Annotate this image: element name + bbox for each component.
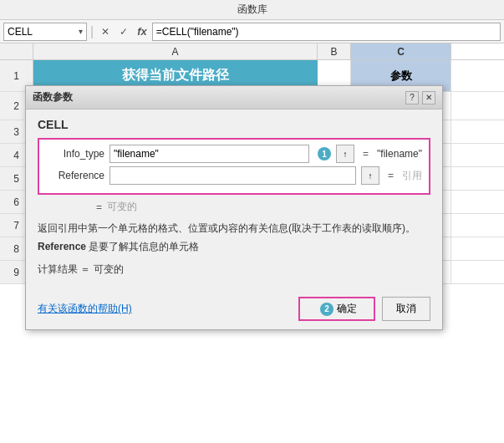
dialog-title-bar: 函数参数 ? ✕ [26,86,442,109]
help-link[interactable]: 有关该函数的帮助(H) [38,302,132,316]
info-type-result: "filename" [377,148,422,160]
confirm-formula-btn[interactable]: ✓ [115,23,132,40]
dialog-footer: 有关该函数的帮助(H) 2 确定 取消 [26,292,442,329]
name-box-dropdown-icon[interactable]: ▾ [79,27,83,36]
title-bar: 函数库 [0,0,504,20]
divider: | [90,24,94,39]
function-arguments-dialog: 函数参数 ? ✕ CELL Info_type 1 ↑ = "filename" [25,85,443,330]
fx-button[interactable]: fx [134,25,150,38]
col-header-a[interactable]: A [33,43,318,59]
info-type-label: Info_type [46,148,104,160]
reference-result: 引用 [402,169,422,183]
formula-input[interactable] [152,23,501,41]
reference-row: Reference ↑ = 引用 [46,166,422,185]
header-spacer [0,43,33,59]
dialog-help-btn[interactable]: ? [405,91,419,104]
formula-bar: CELL ▾ | ✕ ✓ fx [0,20,504,43]
col-header-c[interactable]: C [351,43,451,59]
equals-sign: = [96,201,102,213]
info-type-input[interactable] [109,145,309,163]
equals-value: 可变的 [107,200,137,214]
ref-description: Reference 是要了解其信息的单元格 [38,240,430,254]
dialog-close-btn[interactable]: ✕ [422,91,435,104]
title-text: 函数库 [237,3,267,15]
ref-label: Reference [38,241,86,252]
info-type-upload-btn[interactable]: ↑ [336,145,354,163]
badge-1: 1 [318,147,331,160]
function-description: 返回引用中第一个单元格的格式、位置或内容的有关信息(取决于工作表的读取顺序)。 [38,221,430,237]
equals-row: = 可变的 [96,200,430,214]
confirm-label: 确定 [337,302,357,316]
function-name: CELL [38,118,430,131]
col-headers: A B C [0,43,504,60]
reference-label: Reference [46,170,104,181]
name-box[interactable]: CELL ▾ [3,23,87,41]
dialog-title-buttons: ? ✕ [405,91,435,104]
confirm-button[interactable]: 2 确定 [298,297,375,321]
spreadsheet: A B C 1 获得当前文件路径 参数 2 =CELL("filename") … [0,43,504,284]
info-type-equals: = [363,148,369,160]
reference-equals: = [388,170,394,181]
dialog-body: CELL Info_type 1 ↑ = "filename" Referenc… [26,109,442,292]
cancel-button[interactable]: 取消 [382,297,430,321]
footer-buttons: 2 确定 取消 [298,297,430,321]
calc-result: 计算结果 ＝ 可变的 [38,262,430,277]
reference-input[interactable] [109,166,356,185]
col-header-b[interactable]: B [318,43,351,59]
info-type-row: Info_type 1 ↑ = "filename" [46,145,422,163]
name-box-value: CELL [8,26,75,38]
badge-2: 2 [320,303,333,316]
params-section: Info_type 1 ↑ = "filename" Reference ↑ =… [38,138,430,195]
reference-upload-btn[interactable]: ↑ [361,166,379,185]
cancel-formula-btn[interactable]: ✕ [97,23,114,40]
ref-text: 是要了解其信息的单元格 [89,241,199,252]
dialog-title: 函数参数 [33,90,73,104]
